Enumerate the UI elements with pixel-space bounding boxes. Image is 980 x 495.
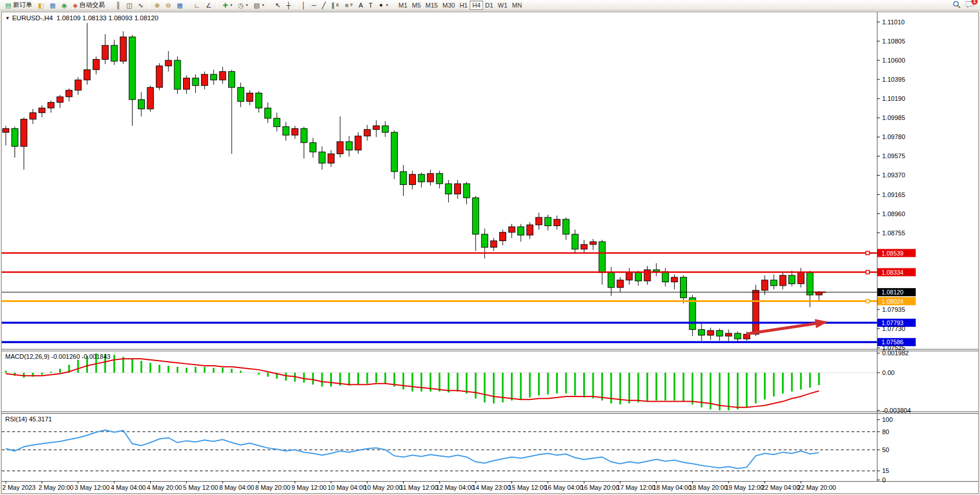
toolbar-separator: [217, 1, 217, 9]
timeframe-button-h1[interactable]: H1: [457, 1, 470, 10]
market-watch-button[interactable]: ▦: [47, 1, 58, 10]
chart-dropdown-icon[interactable]: ▼: [5, 16, 10, 21]
candle: [653, 270, 660, 271]
candle: [626, 272, 632, 280]
level-line-handle[interactable]: [866, 271, 869, 274]
notification-badge: 1: [971, 0, 978, 5]
candle: [319, 152, 326, 163]
macd-tick-label: 0.00: [882, 369, 894, 376]
candle: [346, 141, 352, 150]
time-tick-label: 15 May 12:00: [509, 484, 547, 491]
candle: [237, 88, 244, 101]
price-tick-label: 1.09165: [882, 191, 905, 198]
candle: [247, 93, 253, 102]
zoom-out-icon: ⊖: [166, 1, 171, 10]
profiles-button[interactable]: ◧: [35, 1, 46, 10]
candle: [165, 60, 171, 66]
new-order-button[interactable]: ▤新订单: [2, 1, 35, 10]
text-label-button[interactable]: T: [366, 1, 376, 10]
crosshair-button[interactable]: ┼: [283, 1, 294, 10]
price-tick-label: 1.10190: [882, 95, 905, 102]
navigator-button[interactable]: ◉: [58, 1, 70, 10]
rsi-tick-label: 80: [882, 428, 889, 435]
arrows-tool-icon: ✦: [378, 1, 383, 10]
add-indicator-button[interactable]: ✚▾: [220, 1, 235, 10]
tile-windows-button[interactable]: ▦: [174, 1, 185, 10]
time-tick-label: 16 May 04:00: [544, 484, 583, 491]
horizontal-line-button[interactable]: ─: [309, 1, 319, 10]
navigator-icon: ◉: [61, 1, 67, 10]
timeframe-button-w1[interactable]: W1: [496, 1, 510, 10]
equidistant-channel-button[interactable]: ∥E: [328, 1, 342, 10]
chart-window[interactable]: ▼EURUSD-,H4 1.08109 1.08133 1.08093 1.08…: [1, 12, 979, 494]
arrows-tool-button[interactable]: ✦▾: [375, 1, 391, 10]
text-button[interactable]: A: [356, 1, 365, 10]
level-price-tag-label: 1.08024: [882, 298, 904, 305]
candle: [84, 70, 90, 80]
fibonacci-button[interactable]: ≡F: [342, 1, 356, 10]
level-price-tag-label: 1.08539: [882, 250, 904, 257]
bar-chart-button[interactable]: ║: [113, 1, 123, 10]
timeframe-button-d1[interactable]: D1: [483, 1, 496, 10]
candle: [608, 272, 615, 287]
indicators-button[interactable]: ∟: [191, 1, 203, 10]
cursor-button[interactable]: ↖: [272, 1, 283, 10]
level-price-tag-label: 1.08334: [882, 269, 904, 276]
timeframe-button-m5[interactable]: M5: [409, 1, 423, 10]
candle: [21, 119, 27, 147]
time-tick-label: 8 May 20:00: [255, 484, 291, 491]
trendline-icon: ╱: [322, 1, 326, 10]
candle: [337, 141, 343, 154]
level-line-handle[interactable]: [866, 300, 869, 303]
candle: [3, 129, 9, 132]
timeframe-button-m1[interactable]: M1: [396, 1, 409, 10]
toolbar-buttons: ▤新订单◧▦◉◈自动交易║◫∿⊕⊖▦∟∠✚▾◷▾▧▾↖┼│─╱∥E≡FAT✦▾M…: [2, 0, 953, 10]
timeframe-button-m15[interactable]: M15: [423, 1, 440, 10]
dropdown-caret-icon[interactable]: ▾: [386, 3, 388, 8]
dropdown-caret-icon[interactable]: ▾: [230, 3, 232, 8]
chart-plot[interactable]: 1.085391.083341.081201.080241.077931.075…: [2, 12, 978, 493]
time-tick-label: 2 May 20:00: [38, 484, 74, 491]
candle: [409, 174, 416, 185]
candle: [536, 217, 542, 225]
dropdown-caret-icon[interactable]: ▾: [246, 3, 248, 8]
candle: [563, 219, 569, 234]
timeframe-button-m30[interactable]: M30: [440, 1, 457, 10]
line-chart-button[interactable]: ∿: [136, 1, 147, 10]
candle: [229, 71, 235, 87]
auto-trading-button[interactable]: ◈自动交易: [70, 1, 108, 10]
toolbar-separator: [296, 1, 297, 9]
zoom-in-icon: ⊕: [155, 1, 160, 10]
candle: [66, 90, 72, 97]
indicator-window-button[interactable]: ∠: [203, 1, 214, 10]
candlestick-chart-button[interactable]: ◫: [123, 1, 135, 10]
candle: [220, 71, 226, 80]
candle: [138, 100, 145, 109]
vertical-line-button[interactable]: │: [299, 1, 309, 10]
candle: [382, 126, 389, 132]
timeframe-button-mn[interactable]: MN: [510, 1, 524, 10]
timeframe-button-h4[interactable]: H4: [470, 1, 482, 10]
notifications-button[interactable]: 1: [966, 1, 974, 9]
indicators-icon: ∟: [194, 1, 200, 10]
level-line-handle[interactable]: [866, 252, 869, 255]
price-tick-label: 1.10805: [882, 38, 905, 45]
candle: [129, 37, 136, 100]
time-tick-label: 9 May 12:00: [291, 484, 327, 491]
candle: [255, 93, 262, 108]
trendline-button[interactable]: ╱: [319, 1, 329, 10]
toolbar-separator: [188, 1, 189, 9]
templates-icon: ▧: [254, 1, 259, 10]
market-watch-icon: ▦: [50, 1, 56, 10]
candle: [716, 330, 723, 336]
search-button[interactable]: [953, 1, 961, 10]
candle: [436, 173, 443, 184]
candle: [554, 219, 560, 225]
profiles-icon: ◧: [38, 1, 43, 10]
zoom-in-button[interactable]: ⊕: [152, 1, 163, 10]
periods-button[interactable]: ◷▾: [235, 1, 251, 10]
dropdown-caret-icon[interactable]: ▾: [262, 3, 264, 8]
zoom-out-button[interactable]: ⊖: [163, 1, 174, 10]
candle: [147, 88, 153, 109]
templates-button[interactable]: ▧▾: [251, 1, 267, 10]
